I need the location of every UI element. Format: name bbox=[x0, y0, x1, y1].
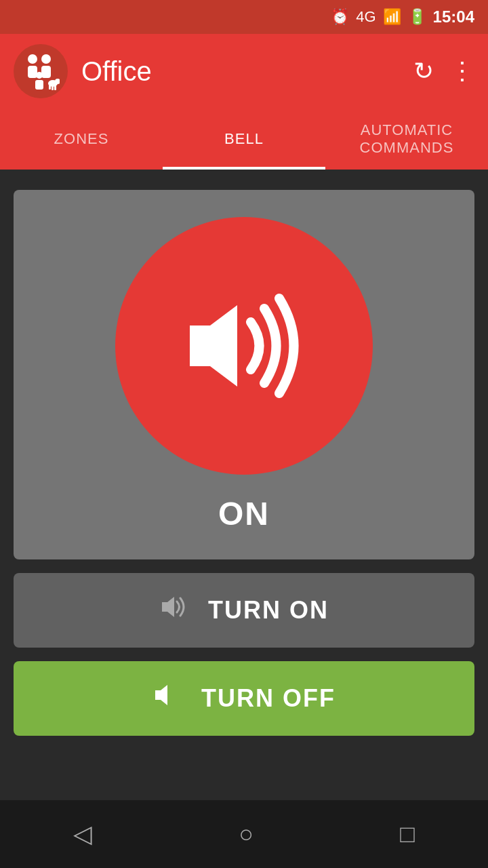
svg-point-2 bbox=[41, 54, 51, 64]
battery-icon: 🔋 bbox=[408, 8, 426, 26]
turn-off-button[interactable]: TURN OFF bbox=[14, 661, 474, 736]
back-button[interactable]: ◁ bbox=[73, 820, 92, 848]
svg-point-0 bbox=[28, 54, 37, 64]
turn-on-button[interactable]: TURN ON bbox=[14, 573, 474, 648]
tab-zones[interactable]: ZONES bbox=[0, 108, 163, 170]
app-bar-actions: ↻ ⋮ bbox=[413, 59, 474, 83]
svg-marker-12 bbox=[162, 597, 174, 617]
sound-indicator[interactable] bbox=[115, 217, 373, 475]
svg-rect-10 bbox=[54, 85, 56, 90]
recent-button[interactable]: □ bbox=[400, 820, 415, 848]
tab-bell[interactable]: BELL bbox=[163, 108, 325, 170]
app-bar: Office ↻ ⋮ bbox=[0, 34, 488, 108]
status-bar: ⏰ 4G 📶 🔋 15:04 bbox=[0, 0, 488, 34]
bell-panel: ON bbox=[14, 190, 474, 559]
svg-marker-13 bbox=[155, 685, 167, 705]
alarm-icon: ⏰ bbox=[331, 8, 349, 26]
turn-off-icon bbox=[152, 681, 181, 716]
svg-rect-8 bbox=[49, 85, 51, 90]
turn-off-label: TURN OFF bbox=[201, 684, 336, 713]
time-display: 15:04 bbox=[433, 7, 474, 26]
svg-rect-3 bbox=[41, 66, 51, 78]
speaker-on-icon bbox=[159, 593, 188, 621]
signal-icon: 📶 bbox=[383, 8, 401, 26]
people-icon bbox=[22, 52, 60, 90]
more-options-button[interactable]: ⋮ bbox=[450, 59, 474, 83]
app-title: Office bbox=[81, 56, 400, 87]
svg-rect-1 bbox=[28, 66, 37, 78]
svg-point-4 bbox=[36, 72, 43, 79]
speaker-icon bbox=[169, 278, 319, 414]
turn-on-icon bbox=[159, 593, 188, 628]
home-button[interactable]: ○ bbox=[239, 820, 253, 848]
main-content: ON TURN ON TURN OFF bbox=[0, 170, 488, 756]
bell-status: ON bbox=[218, 495, 270, 532]
svg-rect-9 bbox=[52, 85, 54, 90]
network-label: 4G bbox=[356, 8, 375, 26]
speaker-off-icon bbox=[152, 681, 181, 709]
bottom-nav: ◁ ○ □ bbox=[0, 800, 488, 868]
app-logo bbox=[14, 44, 68, 98]
refresh-button[interactable]: ↻ bbox=[413, 59, 434, 83]
svg-rect-5 bbox=[35, 80, 43, 90]
svg-marker-11 bbox=[190, 305, 237, 387]
tab-automatic-commands[interactable]: AUTOMATIC COMMANDS bbox=[325, 108, 488, 170]
tab-bar: ZONES BELL AUTOMATIC COMMANDS bbox=[0, 108, 488, 170]
turn-on-label: TURN ON bbox=[208, 596, 329, 625]
status-icons: ⏰ 4G 📶 🔋 15:04 bbox=[331, 7, 474, 26]
